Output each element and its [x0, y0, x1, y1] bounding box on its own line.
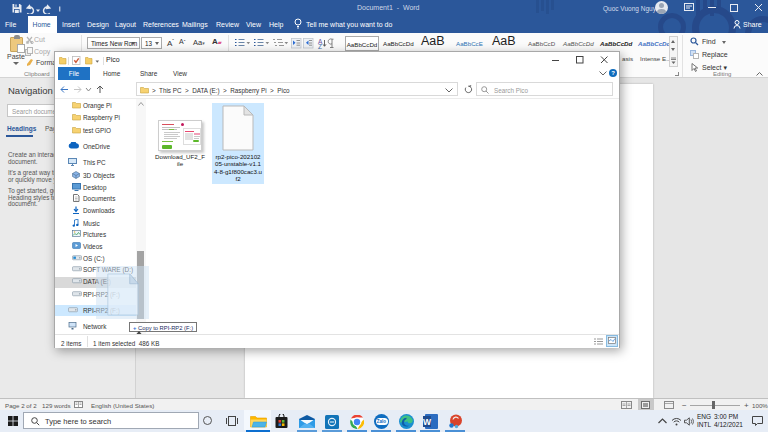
svg-text:W: W	[423, 417, 432, 427]
svg-text:Z: Z	[318, 43, 322, 49]
